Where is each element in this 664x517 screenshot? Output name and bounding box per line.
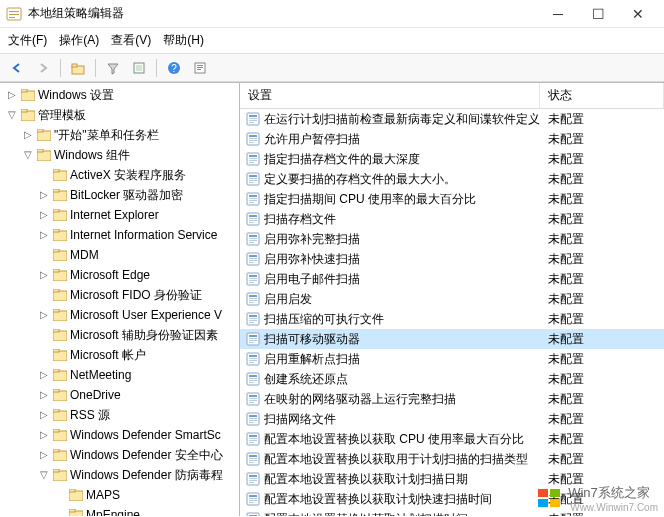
expand-icon[interactable]: ▷ xyxy=(38,306,50,324)
menu-help[interactable]: 帮助(H) xyxy=(163,32,204,49)
tree-item-maps[interactable]: MAPS xyxy=(52,485,239,505)
menu-action[interactable]: 操作(A) xyxy=(59,32,99,49)
list-row[interactable]: 定义要扫描的存档文件的最大大小。未配置 xyxy=(240,169,664,189)
tree-admin-templates[interactable]: ▽ 管理模板 xyxy=(4,105,239,125)
list-row[interactable]: 配置本地设置替换以获取计划扫描日期未配置 xyxy=(240,469,664,489)
collapse-icon[interactable]: ▽ xyxy=(22,146,34,164)
tree-windows-settings[interactable]: ▷ Windows 设置 xyxy=(4,85,239,105)
tree-windows-components[interactable]: ▽ Windows 组件 xyxy=(20,145,239,165)
back-button[interactable] xyxy=(6,57,28,79)
list-row[interactable]: 启用弥补完整扫描未配置 xyxy=(240,229,664,249)
policy-icon xyxy=(246,192,260,206)
list-row[interactable]: 启用弥补快速扫描未配置 xyxy=(240,249,664,269)
tree-item-sca[interactable]: Microsoft 辅助身份验证因素 xyxy=(36,325,239,345)
up-button[interactable] xyxy=(67,57,89,79)
refresh-button[interactable] xyxy=(128,57,150,79)
tree-item-netmeeting[interactable]: ▷NetMeeting xyxy=(36,365,239,385)
svg-rect-76 xyxy=(249,140,257,141)
list-row[interactable]: 扫描压缩的可执行文件未配置 xyxy=(240,309,664,329)
collapse-icon[interactable]: ▽ xyxy=(38,466,50,484)
filter-button[interactable] xyxy=(102,57,124,79)
tree-panel[interactable]: ▷ Windows 设置 ▽ 管理模板 ▷ "开始"菜单和任务 xyxy=(0,83,240,516)
tree-item-mue[interactable]: ▷Microsoft User Experience V xyxy=(36,305,239,325)
tree-item-activex[interactable]: ActiveX 安装程序服务 xyxy=(36,165,239,185)
setting-name: 在映射的网络驱动器上运行完整扫描 xyxy=(264,390,456,408)
tree-item-account[interactable]: Microsoft 帐户 xyxy=(36,345,239,365)
forward-button[interactable] xyxy=(32,57,54,79)
tree-label: Windows Defender 防病毒程 xyxy=(70,466,223,484)
menu-view[interactable]: 查看(V) xyxy=(111,32,151,49)
tree-start-menu[interactable]: ▷ "开始"菜单和任务栏 xyxy=(20,125,239,145)
tree-label: "开始"菜单和任务栏 xyxy=(54,126,159,144)
maximize-button[interactable]: ☐ xyxy=(578,0,618,28)
svg-rect-49 xyxy=(53,429,59,432)
tree-item-mdm[interactable]: MDM xyxy=(36,245,239,265)
expand-icon[interactable]: ▷ xyxy=(38,426,50,444)
list-row[interactable]: 在映射的网络驱动器上运行完整扫描未配置 xyxy=(240,389,664,409)
help-button[interactable]: ? xyxy=(163,57,185,79)
tree-item-bitlocker[interactable]: ▷BitLocker 驱动器加密 xyxy=(36,185,239,205)
svg-rect-159 xyxy=(249,475,257,477)
expand-icon[interactable]: ▷ xyxy=(38,186,50,204)
expand-icon[interactable]: ▷ xyxy=(38,266,50,284)
tree-item-ie[interactable]: ▷Internet Explorer xyxy=(36,205,239,225)
close-button[interactable]: ✕ xyxy=(618,0,658,28)
expand-icon[interactable]: ▷ xyxy=(6,86,18,104)
svg-rect-29 xyxy=(53,229,59,232)
svg-rect-79 xyxy=(249,155,257,157)
list-row[interactable]: 配置本地设置替换以获取用于计划扫描的扫描类型未配置 xyxy=(240,449,664,469)
tree-item-rss[interactable]: ▷RSS 源 xyxy=(36,405,239,425)
list-row[interactable]: 扫描网络文件未配置 xyxy=(240,409,664,429)
list-row[interactable]: 创建系统还原点未配置 xyxy=(240,369,664,389)
setting-state: 未配置 xyxy=(540,370,664,388)
tree-item-onedrive[interactable]: ▷OneDrive xyxy=(36,385,239,405)
list-row[interactable]: 允许用户暂停扫描未配置 xyxy=(240,129,664,149)
list-row[interactable]: 启用启发未配置 xyxy=(240,289,664,309)
tree-item-wdav[interactable]: ▽Windows Defender 防病毒程 xyxy=(36,465,239,485)
tree-label: Windows Defender SmartSc xyxy=(70,426,221,444)
expand-icon[interactable]: ▷ xyxy=(38,226,50,244)
list-row[interactable]: 启用电子邮件扫描未配置 xyxy=(240,269,664,289)
tree-item-iis[interactable]: ▷Internet Information Service xyxy=(36,225,239,245)
list-row[interactable]: 配置本地设置替换以获取 CPU 使用率最大百分比未配置 xyxy=(240,429,664,449)
tree-label: Microsoft 帐户 xyxy=(70,346,146,364)
tree-item-wdss[interactable]: ▷Windows Defender SmartSc xyxy=(36,425,239,445)
list-row[interactable]: 扫描可移动驱动器未配置 xyxy=(240,329,664,349)
svg-rect-104 xyxy=(249,255,257,257)
col-header-state[interactable]: 状态 xyxy=(540,83,664,108)
svg-rect-150 xyxy=(249,438,257,439)
col-header-setting[interactable]: 设置 xyxy=(240,83,540,108)
list-row[interactable]: 配置本地设置替换以获取计划快速扫描时间未配置 xyxy=(240,489,664,509)
svg-rect-151 xyxy=(249,440,257,441)
menu-file[interactable]: 文件(F) xyxy=(8,32,47,49)
expand-icon[interactable]: ▷ xyxy=(38,446,50,464)
list-row[interactable]: 启用重解析点扫描未配置 xyxy=(240,349,664,369)
list-row[interactable]: 在运行计划扫描前检查最新病毒定义和间谍软件定义未配置 xyxy=(240,109,664,129)
svg-rect-97 xyxy=(249,222,254,223)
expand-icon[interactable]: ▷ xyxy=(22,126,34,144)
expand-icon[interactable]: ▷ xyxy=(38,206,50,224)
tree-item-wdsc[interactable]: ▷Windows Defender 安全中心 xyxy=(36,445,239,465)
setting-name: 配置本地设置替换以获取计划快速扫描时间 xyxy=(264,490,492,508)
expand-icon[interactable]: ▷ xyxy=(38,406,50,424)
tree-label: Internet Explorer xyxy=(70,206,159,224)
tree-item-fido[interactable]: Microsoft FIDO 身份验证 xyxy=(36,285,239,305)
minimize-button[interactable]: ─ xyxy=(538,0,578,28)
svg-rect-160 xyxy=(249,478,257,479)
list-row[interactable]: 指定扫描期间 CPU 使用率的最大百分比未配置 xyxy=(240,189,664,209)
list-row[interactable]: 扫描存档文件未配置 xyxy=(240,209,664,229)
svg-rect-164 xyxy=(249,495,257,497)
policy-icon xyxy=(246,412,260,426)
expand-icon[interactable]: ▷ xyxy=(38,386,50,404)
list-row[interactable]: 指定扫描存档文件的最大深度未配置 xyxy=(240,149,664,169)
expand-icon[interactable]: ▷ xyxy=(38,366,50,384)
tree-label: Windows 设置 xyxy=(38,86,114,104)
list-row[interactable]: 配置本地设置替换以获取计划扫描时间未配置 xyxy=(240,509,664,516)
tree-item-mpengine[interactable]: MpEngine xyxy=(52,505,239,516)
settings-list[interactable]: 设置 状态 在运行计划扫描前检查最新病毒定义和间谍软件定义未配置允许用户暂停扫描… xyxy=(240,83,664,516)
tree-item-edge[interactable]: ▷Microsoft Edge xyxy=(36,265,239,285)
svg-rect-142 xyxy=(249,402,254,403)
properties-button[interactable] xyxy=(189,57,211,79)
collapse-icon[interactable]: ▽ xyxy=(6,106,18,124)
svg-rect-136 xyxy=(249,380,257,381)
